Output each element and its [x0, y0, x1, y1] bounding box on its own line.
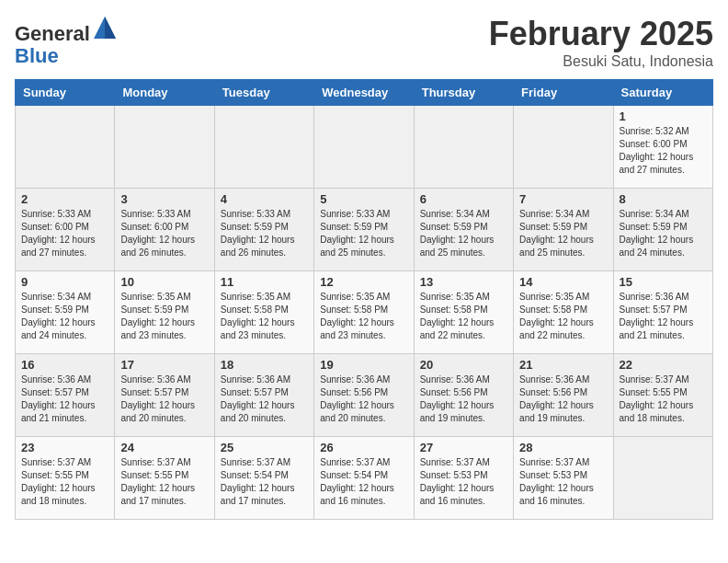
day-info: Sunrise: 5:37 AM Sunset: 5:53 PM Dayligh… [420, 456, 507, 508]
day-info: Sunrise: 5:35 AM Sunset: 5:58 PM Dayligh… [420, 291, 507, 342]
day-number: 18 [221, 358, 308, 372]
calendar-cell: 7Sunrise: 5:34 AM Sunset: 5:59 PM Daylig… [514, 189, 613, 271]
day-number: 2 [21, 192, 108, 206]
day-info: Sunrise: 5:37 AM Sunset: 5:53 PM Dayligh… [519, 456, 607, 508]
day-info: Sunrise: 5:34 AM Sunset: 5:59 PM Dayligh… [420, 208, 507, 259]
calendar-cell: 20Sunrise: 5:36 AM Sunset: 5:56 PM Dayli… [414, 354, 513, 437]
day-number: 1 [620, 109, 707, 123]
calendar-cell: 2Sunrise: 5:33 AM Sunset: 6:00 PM Daylig… [16, 189, 115, 271]
day-info: Sunrise: 5:32 AM Sunset: 6:00 PM Dayligh… [620, 125, 707, 177]
day-info: Sunrise: 5:37 AM Sunset: 5:54 PM Dayligh… [320, 456, 407, 508]
day-number: 21 [519, 358, 607, 372]
day-info: Sunrise: 5:36 AM Sunset: 5:56 PM Dayligh… [420, 373, 507, 425]
calendar-cell: 21Sunrise: 5:36 AM Sunset: 5:56 PM Dayli… [514, 354, 613, 437]
day-number: 27 [420, 441, 507, 454]
day-header-tuesday: Tuesday [214, 80, 313, 106]
logo: General Blue [15, 15, 118, 67]
day-info: Sunrise: 5:33 AM Sunset: 5:59 PM Dayligh… [221, 208, 308, 259]
day-number: 22 [620, 358, 707, 372]
calendar-cell [115, 106, 214, 189]
day-info: Sunrise: 5:33 AM Sunset: 6:00 PM Dayligh… [120, 208, 208, 259]
calendar-cell: 27Sunrise: 5:37 AM Sunset: 5:53 PM Dayli… [414, 437, 513, 520]
calendar-cell: 4Sunrise: 5:33 AM Sunset: 5:59 PM Daylig… [214, 189, 313, 271]
day-number: 5 [320, 192, 407, 206]
day-number: 25 [221, 441, 308, 454]
day-number: 15 [620, 275, 707, 289]
day-info: Sunrise: 5:34 AM Sunset: 5:59 PM Dayligh… [21, 291, 108, 342]
logo-icon [92, 15, 118, 40]
day-info: Sunrise: 5:36 AM Sunset: 5:57 PM Dayligh… [620, 291, 707, 342]
month-title: February 2025 [489, 15, 713, 53]
calendar-cell: 28Sunrise: 5:37 AM Sunset: 5:53 PM Dayli… [514, 437, 613, 520]
day-number: 16 [21, 358, 108, 372]
day-number: 10 [120, 275, 208, 289]
calendar-cell: 19Sunrise: 5:36 AM Sunset: 5:56 PM Dayli… [314, 354, 414, 437]
calendar-cell [16, 106, 115, 189]
day-number: 26 [320, 441, 407, 454]
week-row-5: 23Sunrise: 5:37 AM Sunset: 5:55 PM Dayli… [16, 437, 713, 520]
calendar-cell: 15Sunrise: 5:36 AM Sunset: 5:57 PM Dayli… [613, 271, 712, 354]
day-number: 12 [320, 275, 407, 289]
week-row-1: 1Sunrise: 5:32 AM Sunset: 6:00 PM Daylig… [16, 106, 713, 189]
day-info: Sunrise: 5:34 AM Sunset: 5:59 PM Dayligh… [620, 208, 707, 259]
calendar-header: SundayMondayTuesdayWednesdayThursdayFrid… [16, 80, 713, 106]
day-info: Sunrise: 5:35 AM Sunset: 5:58 PM Dayligh… [519, 291, 607, 342]
day-number: 13 [420, 275, 507, 289]
calendar-cell: 5Sunrise: 5:33 AM Sunset: 5:59 PM Daylig… [314, 189, 414, 271]
calendar-cell: 26Sunrise: 5:37 AM Sunset: 5:54 PM Dayli… [314, 437, 414, 520]
header: General Blue February 2025 Besuki Satu, … [15, 15, 713, 70]
day-number: 4 [221, 192, 308, 206]
calendar-cell: 12Sunrise: 5:35 AM Sunset: 5:58 PM Dayli… [314, 271, 414, 354]
calendar-cell [514, 106, 613, 189]
svg-marker-1 [105, 17, 116, 39]
day-info: Sunrise: 5:35 AM Sunset: 5:59 PM Dayligh… [120, 291, 208, 342]
calendar-cell: 3Sunrise: 5:33 AM Sunset: 6:00 PM Daylig… [115, 189, 214, 271]
calendar-cell: 24Sunrise: 5:37 AM Sunset: 5:55 PM Dayli… [115, 437, 214, 520]
week-row-2: 2Sunrise: 5:33 AM Sunset: 6:00 PM Daylig… [16, 189, 713, 271]
calendar-cell: 6Sunrise: 5:34 AM Sunset: 5:59 PM Daylig… [414, 189, 513, 271]
day-header-monday: Monday [115, 80, 214, 106]
day-info: Sunrise: 5:37 AM Sunset: 5:55 PM Dayligh… [620, 373, 707, 425]
day-number: 11 [221, 275, 308, 289]
day-info: Sunrise: 5:33 AM Sunset: 6:00 PM Dayligh… [21, 208, 108, 259]
calendar-cell: 8Sunrise: 5:34 AM Sunset: 5:59 PM Daylig… [613, 189, 712, 271]
day-number: 9 [21, 275, 108, 289]
day-info: Sunrise: 5:36 AM Sunset: 5:57 PM Dayligh… [21, 373, 108, 425]
day-number: 23 [21, 441, 108, 454]
day-header-friday: Friday [514, 80, 613, 106]
day-header-sunday: Sunday [16, 80, 115, 106]
day-number: 28 [519, 441, 607, 454]
week-row-4: 16Sunrise: 5:36 AM Sunset: 5:57 PM Dayli… [16, 354, 713, 437]
day-number: 6 [420, 192, 507, 206]
calendar-cell: 25Sunrise: 5:37 AM Sunset: 5:54 PM Dayli… [214, 437, 313, 520]
day-number: 7 [519, 192, 607, 206]
logo-general-text: General [15, 22, 90, 45]
day-number: 17 [120, 358, 208, 372]
calendar-cell: 13Sunrise: 5:35 AM Sunset: 5:58 PM Dayli… [414, 271, 513, 354]
day-info: Sunrise: 5:37 AM Sunset: 5:55 PM Dayligh… [21, 456, 108, 508]
day-info: Sunrise: 5:36 AM Sunset: 5:56 PM Dayligh… [519, 373, 607, 425]
week-row-3: 9Sunrise: 5:34 AM Sunset: 5:59 PM Daylig… [16, 271, 713, 354]
calendar-cell: 10Sunrise: 5:35 AM Sunset: 5:59 PM Dayli… [115, 271, 214, 354]
calendar-cell: 23Sunrise: 5:37 AM Sunset: 5:55 PM Dayli… [16, 437, 115, 520]
title-block: February 2025 Besuki Satu, Indonesia [489, 15, 713, 70]
calendar-cell [414, 106, 513, 189]
calendar-cell [214, 106, 313, 189]
logo-blue-text: Blue [15, 44, 59, 67]
calendar-cell: 1Sunrise: 5:32 AM Sunset: 6:00 PM Daylig… [613, 106, 712, 189]
calendar-cell: 14Sunrise: 5:35 AM Sunset: 5:58 PM Dayli… [514, 271, 613, 354]
calendar-cell [613, 437, 712, 520]
calendar-cell: 18Sunrise: 5:36 AM Sunset: 5:57 PM Dayli… [214, 354, 313, 437]
day-info: Sunrise: 5:36 AM Sunset: 5:57 PM Dayligh… [120, 373, 208, 425]
calendar-cell: 16Sunrise: 5:36 AM Sunset: 5:57 PM Dayli… [16, 354, 115, 437]
day-number: 3 [120, 192, 208, 206]
day-number: 24 [120, 441, 208, 454]
day-number: 20 [420, 358, 507, 372]
calendar-cell: 17Sunrise: 5:36 AM Sunset: 5:57 PM Dayli… [115, 354, 214, 437]
calendar-cell: 9Sunrise: 5:34 AM Sunset: 5:59 PM Daylig… [16, 271, 115, 354]
day-info: Sunrise: 5:35 AM Sunset: 5:58 PM Dayligh… [221, 291, 308, 342]
day-info: Sunrise: 5:35 AM Sunset: 5:58 PM Dayligh… [320, 291, 407, 342]
day-info: Sunrise: 5:37 AM Sunset: 5:55 PM Dayligh… [120, 456, 208, 508]
calendar-cell: 11Sunrise: 5:35 AM Sunset: 5:58 PM Dayli… [214, 271, 313, 354]
day-info: Sunrise: 5:36 AM Sunset: 5:57 PM Dayligh… [221, 373, 308, 425]
